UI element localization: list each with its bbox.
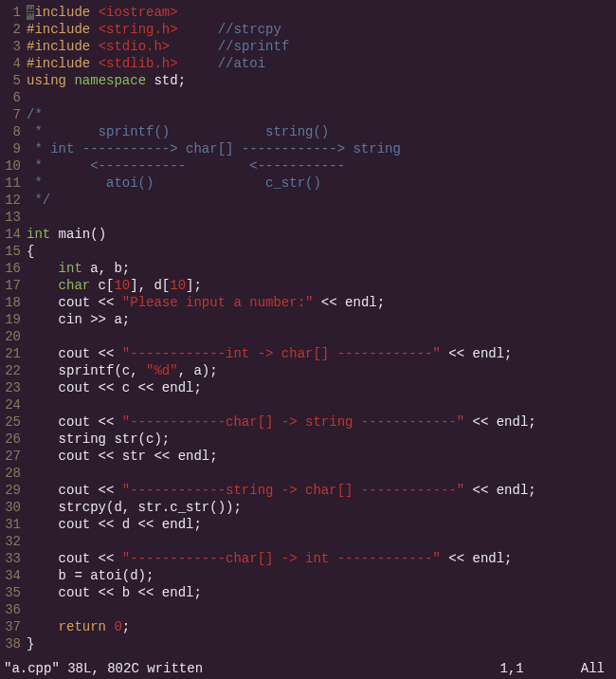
token: */ [27, 193, 50, 208]
token: strcpy(d, str.c_str()); [27, 500, 242, 515]
token [27, 619, 59, 634]
code-line[interactable]: 30 strcpy(d, str.c_str()); [0, 499, 616, 516]
code-content: cout << b << endl; [27, 584, 616, 601]
line-number: 28 [0, 465, 27, 482]
token: * int -----------> char[] ------------> … [27, 141, 401, 156]
code-line[interactable]: 28 [0, 465, 616, 482]
status-position: 1,1 [500, 660, 581, 677]
code-line[interactable]: 12 */ [0, 192, 616, 209]
code-line[interactable]: 7/* [0, 106, 616, 123]
line-number: 17 [0, 277, 27, 294]
code-content [27, 328, 616, 345]
code-content [27, 396, 616, 413]
code-line[interactable]: 37 return 0; [0, 618, 616, 635]
token: <string.h> [99, 22, 178, 37]
code-line[interactable]: 2#include <string.h> //strcpy [0, 21, 616, 38]
code-line[interactable]: 6 [0, 89, 616, 106]
token: cout << [27, 483, 122, 498]
code-content: { [27, 243, 616, 260]
token: using [27, 73, 66, 88]
line-number: 23 [0, 379, 27, 396]
line-number: 11 [0, 174, 27, 192]
code-line[interactable]: 31 cout << d << endl; [0, 516, 616, 533]
code-content: * atoi() c_str() [27, 174, 616, 192]
token: { [27, 244, 34, 259]
token: } [27, 636, 34, 651]
line-number: 34 [0, 567, 27, 584]
code-line[interactable]: 18 cout << "Please input a number:" << e… [0, 294, 616, 311]
code-line[interactable]: 33 cout << "------------char[] -> int --… [0, 550, 616, 567]
line-number: 31 [0, 516, 27, 533]
code-line[interactable]: 34 b = atoi(d); [0, 567, 616, 584]
code-line[interactable]: 10 * <----------- <----------- [0, 157, 616, 174]
token: main() [50, 227, 106, 242]
code-line[interactable]: 17 char c[10], d[10]; [0, 277, 616, 294]
token: cout << str << endl; [27, 449, 218, 464]
token [27, 278, 59, 293]
code-line[interactable]: 19 cin >> a; [0, 311, 616, 328]
code-line[interactable]: 1#include <iostream> [0, 4, 616, 21]
token: int [59, 261, 82, 276]
line-number: 32 [0, 533, 27, 550]
code-content [27, 601, 616, 618]
line-number: 14 [0, 226, 27, 243]
token: 10 [170, 278, 186, 293]
code-line[interactable]: 20 [0, 328, 616, 345]
code-content: cin >> a; [27, 311, 616, 328]
line-number: 15 [0, 243, 27, 260]
token: * atoi() c_str() [27, 175, 321, 191]
code-line[interactable]: 4#include <stdlib.h> //atoi [0, 55, 616, 72]
code-content [27, 89, 616, 106]
code-line[interactable]: 14int main() [0, 226, 616, 243]
line-number: 20 [0, 328, 27, 345]
code-line[interactable]: 22 sprintf(c, "%d", a); [0, 362, 616, 379]
token: "%d" [146, 363, 178, 378]
code-line[interactable]: 24 [0, 396, 616, 413]
code-line[interactable]: 23 cout << c << endl; [0, 379, 616, 396]
code-content: * sprintf() string() [27, 123, 616, 140]
code-line[interactable]: 25 cout << "------------char[] -> string… [0, 413, 616, 431]
code-line[interactable]: 26 string str(c); [0, 431, 616, 448]
code-line[interactable]: 16 int a, b; [0, 260, 616, 277]
code-line[interactable]: 35 cout << b << endl; [0, 584, 616, 601]
code-line[interactable]: 21 cout << "------------int -> char[] --… [0, 345, 616, 362]
code-line[interactable]: 36 [0, 601, 616, 618]
line-number: 24 [0, 396, 27, 413]
token: "------------char[] -> int ------------" [122, 551, 441, 566]
token: cout << [27, 346, 122, 361]
token: return [59, 619, 106, 634]
line-number: 8 [0, 123, 27, 140]
code-line[interactable]: 3#include <stdio.h> //sprintf [0, 38, 616, 55]
token: string str(c); [27, 431, 170, 447]
token: #include [27, 39, 99, 54]
token: * <----------- <----------- [27, 158, 345, 174]
code-line[interactable]: 8 * sprintf() string() [0, 123, 616, 140]
line-number: 9 [0, 140, 27, 157]
token: ]; [186, 278, 202, 293]
code-line[interactable]: 15{ [0, 243, 616, 260]
line-number: 22 [0, 362, 27, 379]
status-message: "a.cpp" 38L, 802C written [4, 660, 203, 677]
code-line[interactable]: 27 cout << str << endl; [0, 448, 616, 465]
token: "------------int -> char[] ------------" [122, 346, 441, 361]
code-line[interactable]: 5using namespace std; [0, 72, 616, 89]
code-content: cout << str << endl; [27, 448, 616, 465]
token: include [34, 5, 98, 20]
code-line[interactable]: 38} [0, 635, 616, 652]
code-editor[interactable]: 1#include <iostream>2#include <string.h>… [0, 0, 616, 656]
code-line[interactable]: 32 [0, 533, 616, 550]
token: //atoi [218, 56, 265, 71]
code-line[interactable]: 29 cout << "------------string -> char[]… [0, 482, 616, 499]
token: std; [146, 73, 186, 88]
code-content: cout << d << endl; [27, 516, 616, 533]
line-number: 29 [0, 482, 27, 499]
line-number: 3 [0, 38, 27, 55]
token: //sprintf [218, 39, 290, 54]
code-line[interactable]: 9 * int -----------> char[] ------------… [0, 140, 616, 157]
code-content: */ [27, 192, 616, 209]
code-line[interactable]: 11 * atoi() c_str() [0, 174, 616, 192]
code-line[interactable]: 13 [0, 209, 616, 226]
code-content: } [27, 635, 616, 652]
token: b = atoi(d); [27, 568, 154, 583]
token: << endl; [441, 346, 513, 361]
